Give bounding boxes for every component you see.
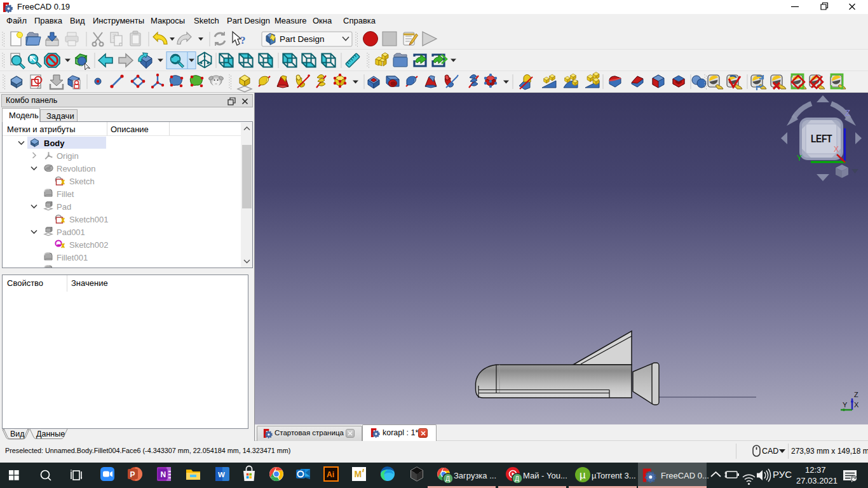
svg-text:LEFT: LEFT bbox=[811, 133, 832, 145]
svg-text:27.03.2021: 27.03.2021 bbox=[796, 476, 837, 485]
svg-text:Z: Z bbox=[854, 391, 858, 398]
svg-text:W: W bbox=[218, 471, 225, 478]
svg-text:Z: Z bbox=[845, 108, 850, 118]
svg-text:?: ? bbox=[240, 34, 246, 46]
svg-text:Y: Y bbox=[843, 401, 848, 409]
svg-text:12:37: 12:37 bbox=[805, 465, 826, 475]
svg-text:N: N bbox=[161, 470, 166, 479]
svg-text:Д: Д bbox=[515, 475, 519, 482]
svg-text:µ: µ bbox=[580, 469, 586, 481]
svg-text:Part Design: Part Design bbox=[280, 34, 325, 44]
svg-text:X: X bbox=[834, 145, 839, 154]
svg-text:Вид: Вид bbox=[10, 430, 25, 438]
svg-text:Д: Д bbox=[445, 475, 450, 482]
svg-text:Ai: Ai bbox=[327, 470, 334, 479]
svg-text:X: X bbox=[854, 401, 859, 409]
svg-text:Y: Y bbox=[797, 154, 802, 163]
svg-text:Данные: Данные bbox=[36, 430, 65, 438]
svg-text:P: P bbox=[130, 470, 135, 479]
svg-text:РУС: РУС bbox=[773, 469, 792, 480]
svg-text:M: M bbox=[355, 469, 362, 479]
